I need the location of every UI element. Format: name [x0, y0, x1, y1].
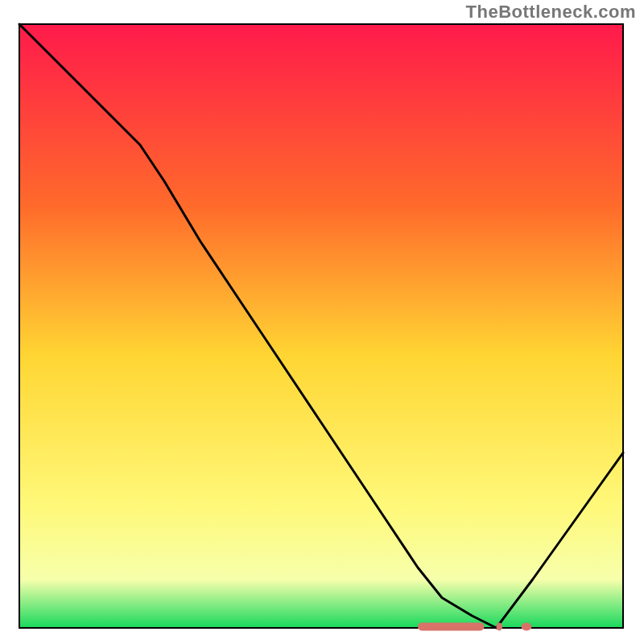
bottleneck-chart	[0, 0, 644, 644]
marker-dot	[522, 623, 532, 631]
marker-segment	[497, 623, 503, 631]
chart-container: TheBottleneck.com	[0, 0, 644, 644]
marker-segment	[418, 623, 485, 631]
